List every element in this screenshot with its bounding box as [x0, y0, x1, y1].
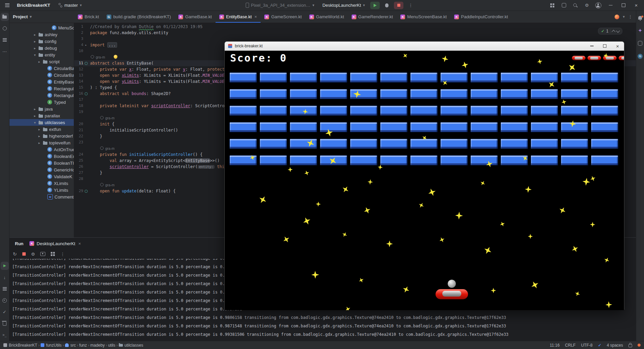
notification-dot[interactable]	[638, 344, 641, 347]
window-minimize-button[interactable]	[605, 1, 616, 10]
tree-item-actontrue[interactable]: CActOnTrue	[9, 146, 74, 153]
tab-paddleinputcontroller-kt[interactable]: KPaddleInputController.kt	[450, 11, 512, 23]
breadcrumb-src[interactable]: src	[65, 343, 76, 348]
more-toolwindows-button[interactable]: ⋯	[1, 47, 9, 55]
tree-item-entity[interactable]: ▾entity	[9, 51, 74, 58]
ai-assistant-button[interactable]	[636, 26, 644, 34]
debug-button[interactable]	[382, 1, 391, 9]
tree-item-menuscreen[interactable]: CMenuScreen	[9, 24, 74, 31]
indent-setting[interactable]: 4 spaces	[607, 343, 623, 348]
tab-gamescreen-kt[interactable]: KGameScreen.kt	[261, 11, 305, 23]
tree-item-entitybase[interactable]: CEntityBase	[9, 78, 74, 85]
tab-build-gradle-brickbreakerkt[interactable]: Gbuild.gradle (BrickBreakerKT)	[103, 11, 175, 23]
code-vision-author[interactable]: gra-m	[105, 116, 114, 120]
project-toolwindow-button[interactable]	[1, 13, 9, 21]
tab-options-icon[interactable]: ⋮	[628, 14, 632, 19]
tab-gamerenderer-kt[interactable]: KGameRenderer.kt	[348, 11, 397, 23]
breadcrumb-madeby[interactable]: madeby	[90, 343, 105, 348]
tab-gamebase-kt[interactable]: KGameBase.kt	[175, 11, 216, 23]
fetch-button[interactable]: ↓	[1, 273, 9, 281]
tree-item-java[interactable]: ▸java	[9, 106, 74, 112]
breadcrumb-brickbreakerkt[interactable]: BrickBreakerKT	[3, 343, 37, 348]
code-vision-author[interactable]: gra-m	[96, 55, 105, 59]
prev-problem-icon[interactable]	[612, 30, 615, 33]
tree-item-extfun[interactable]: ▸extfun	[9, 126, 74, 133]
tree-item-toplevelfun[interactable]: ▸toplevelfun	[9, 139, 74, 146]
rerun-button[interactable]: ↻	[13, 252, 17, 256]
main-menu-button[interactable]	[3, 1, 12, 9]
gutter-marker-icon[interactable]	[83, 190, 89, 193]
gutter-marker-icon[interactable]	[83, 92, 89, 95]
project-widget[interactable]: BrickBreakerKT	[14, 2, 53, 9]
breadcrumb-funz[interactable]: funz	[79, 343, 87, 348]
device-selector[interactable]: Pixel_3a_API_34_extension… ▾	[243, 2, 317, 9]
tree-item-typed[interactable]: ITyped	[9, 99, 74, 106]
run-config-selector[interactable]: DesktopLauncherKt ▾	[320, 2, 368, 9]
next-problem-icon[interactable]	[616, 29, 620, 32]
game-canvas[interactable]: Score: 0	[225, 51, 624, 310]
run-toolwindow-button[interactable]	[1, 262, 9, 270]
tree-item-rectangular[interactable]: CRectangular	[9, 85, 74, 92]
tab-close-icon[interactable]: ×	[78, 241, 81, 246]
tree-item-booleanenti[interactable]: CBooleanEnti	[9, 153, 74, 160]
line-separator[interactable]: CRLF	[565, 343, 576, 348]
todo-toolwindow-button[interactable]	[1, 285, 9, 293]
run-settings-button[interactable]: ⚙	[31, 252, 35, 257]
stop-button[interactable]	[394, 2, 403, 9]
tree-item-debug[interactable]: ▸debug	[9, 45, 74, 51]
tree-item-rectangular[interactable]: CRectangular	[9, 92, 74, 99]
code-vision-author[interactable]: gra-m	[105, 146, 114, 150]
tab-gameworld-kt[interactable]: KGameWorld.kt	[306, 11, 348, 23]
tree-item-validatek[interactable]: CValidateK	[9, 173, 74, 180]
file-encoding[interactable]: UTF-8	[581, 343, 593, 348]
inspection-widget[interactable]: ✓ 1	[598, 28, 622, 34]
more-options-icon[interactable]: ⋮	[60, 252, 65, 257]
tree-item-ylimits[interactable]: CYLimits	[9, 187, 74, 193]
screenshot-button[interactable]	[40, 252, 45, 256]
tree-item-utilclasses[interactable]: ▾utilclasses	[9, 119, 74, 126]
breadcrumb-funzutils[interactable]: funzUtils	[41, 343, 62, 348]
game-maximize-button[interactable]	[602, 43, 608, 49]
plugins-button[interactable]	[559, 1, 568, 9]
more-run-options-button[interactable]: ⋮	[406, 1, 415, 9]
window-maximize-button[interactable]	[618, 1, 628, 10]
problems-toolwindow-button[interactable]	[1, 296, 9, 304]
gutter-marker-icon[interactable]	[83, 62, 89, 65]
tree-item-circularbase[interactable]: CCircularBase	[9, 72, 74, 78]
tree-item-config[interactable]: ▸config	[9, 38, 74, 45]
search-everywhere-button[interactable]	[571, 1, 580, 9]
stop-process-button[interactable]	[22, 252, 26, 256]
tree-item-parallax[interactable]: ▸parallax	[9, 112, 74, 119]
fold-icon[interactable]: ▸	[83, 42, 89, 48]
tab-close-icon[interactable]: ×	[254, 14, 257, 19]
code-vision-author[interactable]: gra-m	[105, 183, 114, 187]
tab-menuscreenbase-kt[interactable]: KMenuScreenBase.kt	[397, 11, 450, 23]
tree-item-higherorderf[interactable]: ▸higherorderf	[9, 133, 74, 139]
delete-button[interactable]	[1, 319, 9, 327]
tree-item-script[interactable]: ▸script	[9, 58, 74, 65]
project-panel-header[interactable]: Project ▾	[9, 11, 74, 23]
run-button[interactable]	[370, 2, 380, 9]
coverage-toolwindow-button[interactable]: ✓	[1, 308, 9, 316]
tree-item-commentary-md[interactable]: MCommentary.md	[9, 193, 74, 200]
gradle-button[interactable]: G	[636, 52, 644, 60]
game-window-titlebar[interactable]: brick-breaker.kt ×	[225, 42, 624, 51]
chevron-down-icon[interactable]: ▾	[623, 15, 625, 19]
structure-toolwindow-button[interactable]	[1, 36, 9, 44]
intention-bulb-icon[interactable]	[114, 55, 117, 59]
terminal-toolwindow-button[interactable]: >_	[1, 331, 9, 339]
tree-item-generichol[interactable]: CGenericHol	[9, 166, 74, 173]
game-close-button[interactable]: ×	[615, 43, 621, 49]
settings-button[interactable]: ⚙	[582, 1, 591, 9]
layout-options-button[interactable]	[51, 252, 55, 256]
tab-brick-kt[interactable]: KBrick.kt	[74, 11, 103, 23]
run-tab-desktoplauncherkt[interactable]: K DesktopLauncherKt ×	[29, 241, 81, 246]
hidden-tabs-icon[interactable]	[615, 15, 619, 19]
profile-button[interactable]	[594, 1, 603, 9]
lock-icon[interactable]	[628, 344, 632, 347]
breadcrumb-utilclasses[interactable]: utilclasses	[119, 343, 143, 348]
branch-widget[interactable]: master ▾	[55, 2, 84, 9]
notifications-button[interactable]	[636, 14, 644, 22]
caret-position[interactable]: 11:16	[550, 343, 559, 348]
project-panel[interactable]: CMenuScreen▸ashley▸config▸debug▾entity▸s…	[9, 23, 74, 237]
